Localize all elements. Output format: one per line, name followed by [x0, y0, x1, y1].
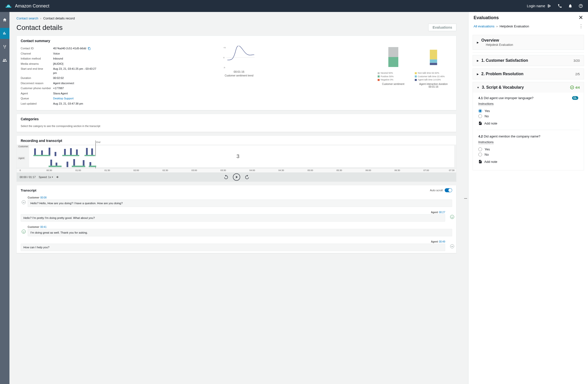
app-title: Amazon Connect — [15, 3, 49, 9]
logout-icon — [547, 4, 552, 8]
login-menu[interactable]: Login name — [527, 4, 552, 8]
help-icon[interactable] — [579, 4, 583, 8]
bell-icon[interactable] — [568, 4, 573, 8]
top-bar: Amazon Connect Login name — [0, 0, 588, 12]
login-label: Login name — [527, 4, 545, 8]
app-logo-icon — [5, 2, 12, 9]
phone-icon[interactable] — [558, 4, 562, 8]
